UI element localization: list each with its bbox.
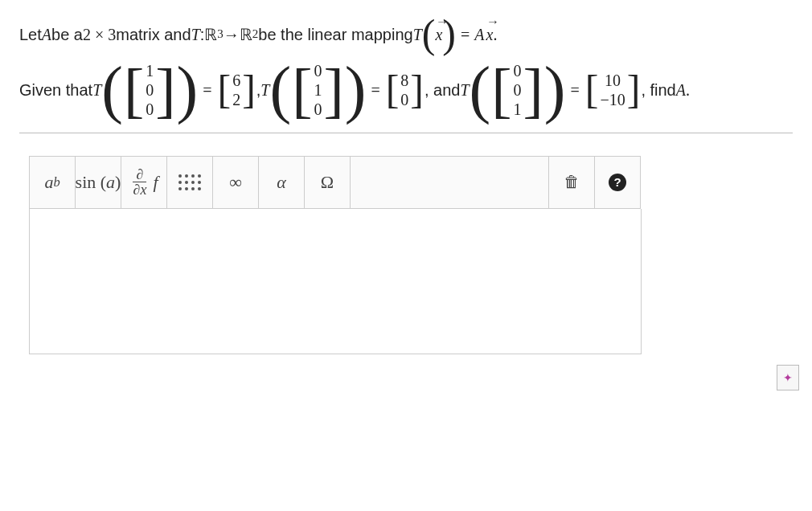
right-paren-icon: ) (345, 60, 367, 120)
left-paren-icon: ( (422, 16, 436, 52)
cell: 0 (514, 61, 522, 80)
left-paren-icon: ( (101, 60, 123, 120)
vector-arrow-icon: → (486, 7, 494, 35)
vector-input-2: [ 0 1 0 ] (292, 61, 344, 119)
cell: 0 (146, 100, 154, 119)
tool-derivative-button[interactable]: ∂ ∂x f (121, 157, 167, 208)
cell: 1 (146, 61, 154, 80)
problem-line-1: Let A be a 2 × 3 matrix and T : ℝ3 → ℝ2 … (19, 16, 793, 52)
text: , and (424, 72, 460, 108)
alpha-icon: α (277, 172, 286, 193)
toolbar-spacer (351, 157, 549, 208)
label: sin (76, 172, 96, 193)
tool-help-button[interactable]: ? (595, 157, 641, 208)
equals: = (371, 72, 379, 108)
label-den: ∂x (129, 182, 150, 197)
cell: 1 (314, 80, 322, 100)
var-A: A (42, 17, 51, 52)
left-bracket-icon: [ (491, 61, 511, 119)
cell: 0 (146, 80, 154, 100)
vector-input-1: [ 1 0 0 ] (124, 61, 176, 119)
vector-output-1: [ 6 2 ] (217, 71, 255, 109)
tool-infinity-button[interactable]: ∞ (213, 157, 259, 208)
equals: = (203, 72, 211, 108)
paren-group: ( [ 0 0 1 ] ) (470, 60, 566, 120)
cell: 1 (514, 100, 522, 119)
var-T: T (92, 72, 101, 108)
tool-omega-button[interactable]: Ω (305, 157, 351, 208)
right-bracket-icon: ] (627, 71, 641, 109)
right-paren-icon: ) (544, 60, 566, 120)
text: Let (19, 17, 42, 52)
label-f: f (153, 172, 158, 193)
set-R: ℝ (204, 17, 217, 52)
text: Given that (19, 72, 92, 108)
var-T: T (191, 17, 200, 52)
tool-matrix-button[interactable] (167, 157, 213, 208)
text: be the linear mapping (258, 17, 412, 52)
paren-group: ( [ 0 1 0 ] ) (269, 60, 366, 120)
problem-line-2: Given that T ( [ 1 0 0 ] ) = [ (19, 60, 793, 120)
text: , find (641, 72, 675, 108)
period: . (686, 72, 690, 108)
exponent: 2 (252, 21, 259, 47)
vector-arrow-icon: → (435, 7, 442, 35)
right-paren-icon: ) (177, 60, 199, 120)
tool-sin-button[interactable]: sin (a) (76, 157, 121, 208)
answer-editor: ab sin (a) ∂ ∂x f (19, 133, 793, 354)
tool-clear-button[interactable]: 🗑 (549, 157, 595, 208)
label-arg: a (106, 172, 115, 193)
vector-output-2: [ 8 0 ] (386, 71, 424, 109)
var-A: A (474, 17, 484, 52)
vector-input-3: [ 0 0 1 ] (491, 61, 543, 119)
right-bracket-icon: ] (242, 71, 256, 109)
omega-icon: Ω (321, 172, 334, 193)
vector-output-3: [ 10 −10 ] (585, 71, 641, 109)
text: matrix and (116, 17, 191, 52)
tool-exponent-button[interactable]: ab (30, 157, 76, 208)
answer-input[interactable] (29, 209, 642, 354)
label: ) (115, 172, 121, 193)
left-bracket-icon: [ (292, 61, 312, 119)
var-T: T (460, 72, 469, 108)
dims: 2 × 3 (83, 17, 116, 52)
label-num: ∂ (133, 167, 146, 182)
exponent: 3 (217, 21, 224, 47)
cell: 0 (400, 90, 408, 109)
set-R: ℝ (240, 17, 252, 52)
preview-button[interactable]: ✦ (777, 365, 799, 390)
left-bracket-icon: [ (386, 71, 400, 109)
cell: 6 (232, 71, 240, 90)
left-paren-icon: ( (470, 60, 491, 120)
right-bracket-icon: ] (323, 61, 343, 119)
label-sup: b (53, 174, 59, 190)
problem-statement: Let A be a 2 × 3 matrix and T : ℝ3 → ℝ2 … (19, 16, 793, 120)
left-paren-icon: ( (269, 60, 291, 120)
left-bracket-icon: [ (217, 71, 231, 109)
trash-icon: 🗑 (564, 173, 580, 191)
cell: 0 (314, 100, 322, 119)
matrix-icon (178, 174, 201, 190)
arrow: → (224, 17, 240, 52)
tool-alpha-button[interactable]: α (259, 157, 305, 208)
vec-x: → x (486, 17, 494, 52)
cell: 0 (314, 61, 322, 80)
left-bracket-icon: [ (585, 71, 599, 109)
equals: = (571, 72, 580, 108)
right-bracket-icon: ] (523, 61, 543, 119)
cell: 0 (514, 80, 522, 100)
var-T: T (413, 17, 422, 52)
cell: 10 (600, 71, 625, 90)
label: a (44, 172, 53, 193)
cell: 8 (400, 71, 408, 90)
vec-x: → x (435, 17, 442, 52)
var-A: A (676, 72, 686, 108)
document-icon: ✦ (783, 371, 793, 384)
equals: = (461, 17, 470, 52)
paren-group: ( → x ) (422, 16, 456, 52)
help-icon: ? (609, 174, 626, 191)
var-T: T (260, 72, 269, 108)
cell: −10 (600, 90, 625, 109)
right-bracket-icon: ] (155, 61, 175, 119)
paren-group: ( [ 1 0 0 ] ) (101, 60, 198, 120)
